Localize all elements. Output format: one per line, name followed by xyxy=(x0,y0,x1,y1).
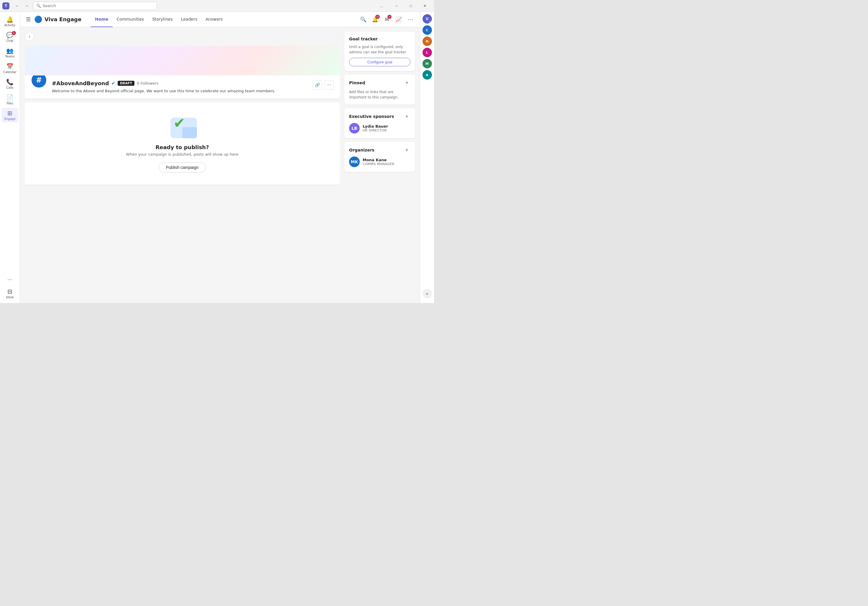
back-button[interactable]: ‹ xyxy=(25,32,34,41)
sidebar-label-teams: Teams xyxy=(5,55,15,58)
campaign-meta: #AboveAndBeyond ✔ DRAFT 0 Followers Welc… xyxy=(52,80,308,94)
organizers-title: Organizers xyxy=(349,148,374,152)
right-rail-collapse-btn[interactable]: « xyxy=(423,289,432,298)
sidebar-item-activity[interactable]: 🔔 Activity xyxy=(2,14,18,29)
pinned-widget: Pinned + Add files or links that are imp… xyxy=(344,74,415,105)
goal-tracker-header: Goal tracker xyxy=(349,37,411,41)
lydia-info: Lydia Bauer HR DIRECTOR xyxy=(363,124,388,132)
campaign-body-card: ✔ Ready to publish? When your campaign i… xyxy=(25,102,339,185)
nav-item-leaders[interactable]: Leaders xyxy=(177,12,202,27)
app-container: 🔔 Activity 💬 1 Chat 👥 Teams 📅 Calendar 📞… xyxy=(0,12,434,303)
configure-goal-button[interactable]: Configure goal xyxy=(349,58,411,66)
sidebar-item-chat[interactable]: 💬 1 Chat xyxy=(2,30,18,44)
calendar-icon: 📅 xyxy=(6,63,14,70)
organizer-row: MK Mona Kane COMMS MANAGER xyxy=(349,157,411,167)
nav-arrows: ← → xyxy=(13,2,31,10)
nav-item-communities[interactable]: Communities xyxy=(113,12,148,27)
executive-sponsors-widget: Executive sponsors + LB Lydia Bauer HR D… xyxy=(344,108,415,138)
sidebar-item-store[interactable]: ⊟ Store xyxy=(2,286,18,301)
online-status-dot xyxy=(429,21,432,23)
exec-sponsors-add-btn[interactable]: + xyxy=(403,113,411,120)
user-avatar-5[interactable]: M xyxy=(423,59,432,68)
campaign-more-btn[interactable]: ⋯ xyxy=(324,80,334,90)
copy-link-btn[interactable]: 🔗 xyxy=(313,80,322,90)
search-icon: 🔍 xyxy=(36,3,41,8)
sidebar-item-teams[interactable]: 👥 Teams xyxy=(2,45,18,60)
notifications-badge: 12 xyxy=(375,15,380,19)
sidebar-label-activity: Activity xyxy=(5,23,16,27)
mona-name: Mona Kane xyxy=(363,158,394,162)
publish-campaign-button[interactable]: Publish campaign xyxy=(159,163,206,172)
forward-nav-btn[interactable]: → xyxy=(22,2,31,10)
viva-engage-logo-icon: 🔵 xyxy=(34,15,42,23)
campaign-banner xyxy=(25,46,339,76)
content-body: ‹ # #AboveAndBeyond ✔ DRAFT 0 Follow xyxy=(20,27,420,303)
campaign-info: # #AboveAndBeyond ✔ DRAFT 0 Followers We… xyxy=(25,76,339,99)
user-avatar-4[interactable]: L xyxy=(423,48,432,57)
calls-icon: 📞 xyxy=(6,78,14,85)
notifications-btn[interactable]: 🔔 12 xyxy=(370,15,380,24)
files-icon: 📄 xyxy=(6,94,14,101)
sidebar-item-calendar[interactable]: 📅 Calendar xyxy=(2,61,18,76)
analytics-btn[interactable]: 📈 xyxy=(394,15,403,24)
title-search-bar[interactable]: 🔍 Search xyxy=(33,2,157,10)
campaign-description: Welcome to the Above and Beyond official… xyxy=(52,88,308,94)
campaign-header-card: # #AboveAndBeyond ✔ DRAFT 0 Followers We… xyxy=(25,46,339,99)
sidebar-label-calendar: Calendar xyxy=(3,70,17,74)
campaign-actions: 🔗 ⋯ xyxy=(313,80,334,90)
nav-item-home[interactable]: Home xyxy=(91,12,112,27)
right-rail: U C N L M A « xyxy=(420,12,434,303)
sidebar-item-files[interactable]: 📄 Files xyxy=(2,92,18,107)
sidebar-more-dots[interactable]: ··· xyxy=(5,274,15,285)
exec-sponsors-header: Executive sponsors + xyxy=(349,113,411,120)
app-header: ☰ 🔵 Viva Engage Home Communities Storyli… xyxy=(20,12,420,27)
sidebar-label-store: Store xyxy=(6,296,14,299)
organizers-add-btn[interactable]: + xyxy=(403,146,411,153)
title-bar: T ← → 🔍 Search ... – □ ✕ xyxy=(0,0,434,12)
sidebar-item-calls[interactable]: 📞 Calls xyxy=(2,77,18,91)
ready-to-publish-title: Ready to publish? xyxy=(155,144,209,150)
close-btn[interactable]: ✕ xyxy=(418,1,432,11)
lydia-name: Lydia Bauer xyxy=(363,124,388,129)
pinned-title: Pinned xyxy=(349,81,365,85)
app-logo: 🔵 Viva Engage xyxy=(34,15,81,23)
pinned-add-btn[interactable]: + xyxy=(403,79,411,86)
search-btn[interactable]: 🔍 xyxy=(358,15,368,24)
sidebar-label-calls: Calls xyxy=(6,86,14,89)
exec-sponsor-row: LB Lydia Bauer HR DIRECTOR xyxy=(349,123,411,133)
window-controls: – □ ✕ xyxy=(390,1,432,11)
followers-count: 0 Followers xyxy=(137,81,158,85)
draft-badge: DRAFT xyxy=(118,81,135,86)
app-name: Viva Engage xyxy=(45,16,81,22)
more-options-btn[interactable]: ... xyxy=(378,3,385,9)
mona-role: COMMS MANAGER xyxy=(363,162,394,166)
ready-to-publish-desc: When your campaign is published, posts w… xyxy=(126,152,238,157)
sidebar-label-files: Files xyxy=(7,102,13,105)
goal-tracker-widget: Goal tracker Until a goal is configured,… xyxy=(344,32,415,71)
messages-badge: 5 xyxy=(388,15,392,19)
nav-item-storylines[interactable]: Storylines xyxy=(148,12,177,27)
checkmark-icon: ✔ xyxy=(174,115,185,131)
user-avatar-1[interactable]: U xyxy=(423,14,432,23)
verified-icon: ✔ xyxy=(112,81,115,86)
pinned-header: Pinned + xyxy=(349,79,411,86)
sidebar-label-chat: Chat xyxy=(6,39,13,42)
sidebar-item-engage[interactable]: ⊞ Engage xyxy=(2,108,18,122)
more-header-btn[interactable]: ⋯ xyxy=(406,15,415,24)
lydia-role: HR DIRECTOR xyxy=(363,129,388,132)
app-nav: Home Communities Storylines Leaders Answ… xyxy=(91,12,227,27)
lydia-avatar: LB xyxy=(349,123,360,133)
user-avatar-3[interactable]: N xyxy=(423,37,432,46)
user-avatar-2[interactable]: C xyxy=(423,25,432,35)
maximize-btn[interactable]: □ xyxy=(404,1,417,11)
user-avatar-6[interactable]: A xyxy=(423,70,432,80)
publish-illustration: ✔ xyxy=(167,115,197,138)
pinned-desc: Add files or links that are important to… xyxy=(349,89,411,100)
back-nav-btn[interactable]: ← xyxy=(13,2,21,10)
exec-sponsors-title: Executive sponsors xyxy=(349,114,394,119)
mona-avatar: MK xyxy=(349,157,360,167)
minimize-btn[interactable]: – xyxy=(390,1,403,11)
nav-item-answers[interactable]: Answers xyxy=(202,12,227,27)
hamburger-btn[interactable]: ☰ xyxy=(25,15,32,24)
messages-btn[interactable]: ✉ 5 xyxy=(382,15,392,24)
